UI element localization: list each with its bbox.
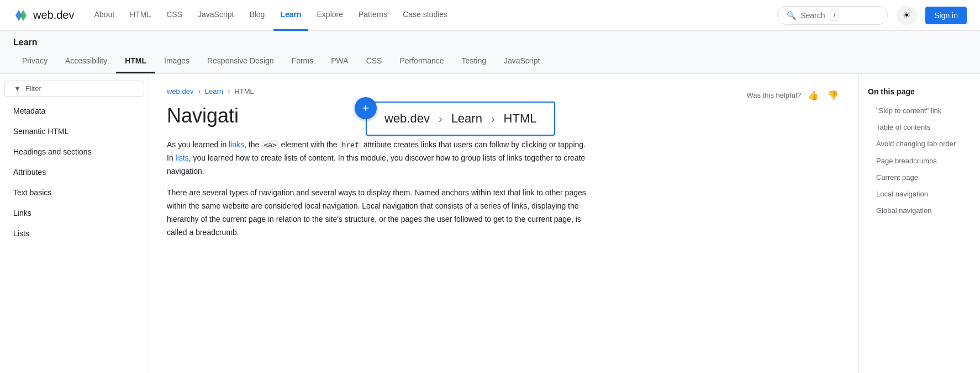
tab-testing[interactable]: Testing: [453, 50, 495, 73]
breadcrumb-webdev[interactable]: web.dev: [167, 87, 193, 95]
webdev-logo-icon: [13, 8, 29, 23]
svg-marker-1: [20, 10, 27, 21]
breadcrumb-learn[interactable]: Learn: [205, 87, 223, 95]
top-navigation: web.dev About HTML CSS JavaScript Blog L…: [0, 0, 980, 31]
main-layout: ▼ Filter Metadata Semantic HTML Headings…: [0, 74, 980, 373]
filter-icon: ▼: [14, 84, 21, 93]
content-paragraph-2: There are several types of navigation an…: [167, 186, 587, 239]
learn-tabs: Privacy Accessibility HTML Images Respon…: [13, 50, 967, 73]
sign-in-button[interactable]: Sign in: [925, 7, 967, 24]
zoom-tooltip-overlay: + web.dev › Learn › HTML: [359, 102, 555, 136]
sidebar-item-lists[interactable]: Lists: [0, 223, 149, 244]
tab-accessibility[interactable]: Accessibility: [56, 50, 116, 73]
sidebar-item-links[interactable]: Links: [0, 203, 149, 223]
on-page-global-nav[interactable]: Global navigation: [868, 203, 971, 219]
tab-performance[interactable]: Performance: [391, 50, 452, 73]
on-page-current-page[interactable]: Current page: [868, 169, 971, 186]
nav-blog[interactable]: Blog: [243, 0, 271, 31]
theme-toggle-button[interactable]: ☀: [897, 6, 916, 25]
tab-javascript[interactable]: JavaScript: [495, 50, 549, 73]
zoom-breadcrumb-box: web.dev › Learn › HTML: [366, 102, 555, 136]
on-page-skip-link[interactable]: "Skip to content" link: [868, 103, 971, 119]
tab-privacy[interactable]: Privacy: [13, 50, 56, 73]
slash-key: /: [830, 10, 840, 21]
nav-about[interactable]: About: [88, 0, 122, 31]
breadcrumb-html: HTML: [234, 87, 254, 95]
tab-pwa[interactable]: PWA: [322, 50, 357, 73]
tab-responsive-design[interactable]: Responsive Design: [198, 50, 283, 73]
on-page-title: On this page: [868, 87, 971, 96]
zoom-magnifier-icon: +: [355, 97, 377, 119]
main-content: web.dev › Learn › HTML Was this helpful?…: [149, 74, 858, 373]
zoom-breadcrumb-webdev: web.dev: [384, 111, 430, 126]
nav-right-area: 🔍 Search / ☀ Sign in: [777, 6, 967, 25]
search-icon: 🔍: [787, 11, 796, 20]
filter-bar[interactable]: ▼ Filter: [4, 81, 144, 97]
search-bar[interactable]: 🔍 Search /: [777, 6, 888, 25]
nav-css[interactable]: CSS: [160, 0, 189, 31]
learn-section-title: Learn: [13, 31, 967, 50]
helpful-bar: Was this helpful? 👍 👎: [746, 87, 841, 103]
sidebar-item-headings[interactable]: Headings and sections: [0, 142, 149, 162]
on-page-avoid-tab-order[interactable]: Avoid changing tab order: [868, 136, 971, 152]
breadcrumb-sep-2: ›: [228, 87, 230, 95]
sidebar-item-text-basics[interactable]: Text basics: [0, 183, 149, 203]
breadcrumb-sep-1: ›: [198, 87, 200, 95]
nav-learn[interactable]: Learn: [273, 0, 308, 31]
sidebar-item-metadata[interactable]: Metadata: [0, 101, 149, 121]
thumbs-down-button[interactable]: 👎: [825, 87, 841, 103]
tab-forms[interactable]: Forms: [283, 50, 323, 73]
learn-section-nav: Learn Privacy Accessibility HTML Images …: [0, 31, 980, 74]
content-paragraph-1: As you learned in links, the <a> element…: [167, 138, 587, 178]
zoom-sep-2: ›: [491, 113, 495, 125]
nav-patterns[interactable]: Patterns: [352, 0, 394, 31]
right-sidebar: On this page "Skip to content" link Tabl…: [858, 74, 980, 373]
nav-links-group: About HTML CSS JavaScript Blog Learn Exp…: [88, 0, 773, 31]
nav-javascript[interactable]: JavaScript: [191, 0, 240, 31]
breadcrumb: web.dev › Learn › HTML: [167, 87, 841, 95]
on-page-local-nav[interactable]: Local navigation: [868, 186, 971, 203]
lists-link[interactable]: lists: [176, 153, 189, 162]
nav-explore[interactable]: Explore: [310, 0, 350, 31]
logo-area[interactable]: web.dev: [13, 8, 75, 23]
helpful-label: Was this helpful?: [746, 91, 801, 99]
nav-html[interactable]: HTML: [123, 0, 157, 31]
on-page-breadcrumbs[interactable]: Page breadcrumbs: [868, 153, 971, 169]
on-page-table-of-contents[interactable]: Table of contents: [868, 119, 971, 136]
search-label: Search: [800, 11, 825, 20]
a-tag-code: <a>: [261, 140, 278, 150]
zoom-breadcrumb-html: HTML: [504, 111, 537, 126]
nav-case-studies[interactable]: Case studies: [396, 0, 454, 31]
filter-label: Filter: [25, 84, 41, 93]
left-sidebar: ▼ Filter Metadata Semantic HTML Headings…: [0, 74, 149, 373]
zoom-sep-1: ›: [439, 113, 442, 125]
sidebar-item-semantic-html[interactable]: Semantic HTML: [0, 121, 149, 142]
tab-html[interactable]: HTML: [116, 50, 155, 73]
zoom-breadcrumb-learn: Learn: [451, 111, 482, 126]
links-link[interactable]: links: [229, 140, 244, 149]
tab-css[interactable]: CSS: [357, 50, 391, 73]
thumbs-up-button[interactable]: 👍: [805, 87, 821, 103]
sidebar-item-attributes[interactable]: Attributes: [0, 162, 149, 183]
logo-text: web.dev: [33, 9, 75, 22]
tab-images[interactable]: Images: [155, 50, 198, 73]
href-code: href: [339, 140, 361, 150]
